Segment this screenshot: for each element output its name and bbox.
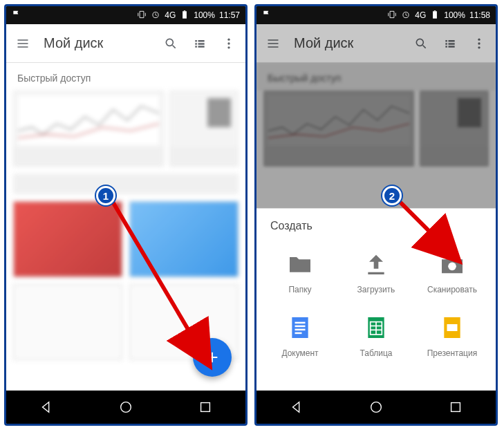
upload-button[interactable]: Загрузить [338, 242, 414, 306]
battery-icon [430, 10, 440, 21]
status-bar: 4G 100% 11:58 [256, 6, 496, 24]
more-icon[interactable] [471, 35, 487, 52]
svg-point-15 [448, 263, 456, 271]
vibrate-icon [387, 10, 397, 21]
create-bottom-sheet: Создать Папку Загрузить Сканировать Доку… [256, 208, 496, 391]
svg-rect-19 [295, 329, 305, 331]
callout-badge-1: 1 [96, 186, 115, 205]
sheets-icon [361, 312, 391, 343]
page-title: Мой диск [294, 35, 400, 51]
flag-icon [12, 10, 21, 21]
back-icon[interactable] [39, 400, 54, 415]
recent-icon[interactable] [198, 400, 213, 415]
app-bar: Мой диск [6, 24, 245, 63]
app-bar: Мой диск [256, 24, 496, 63]
folder-icon [285, 249, 315, 279]
menu-icon[interactable] [265, 35, 281, 52]
create-doc-button[interactable]: Документ [262, 306, 338, 369]
menu-icon[interactable] [15, 35, 31, 52]
back-icon[interactable] [289, 400, 304, 415]
vibrate-icon [137, 10, 147, 21]
phone-screenshot-2: 4G 100% 11:58 Мой диск Быстрый доступ [254, 4, 498, 426]
docs-icon [285, 312, 315, 343]
svg-point-12 [478, 38, 480, 40]
svg-rect-16 [292, 317, 308, 338]
svg-rect-20 [295, 332, 301, 335]
svg-point-13 [478, 42, 480, 44]
blurred-content [6, 91, 245, 381]
slides-icon [437, 312, 467, 343]
recent-icon[interactable] [448, 400, 463, 415]
svg-rect-8 [201, 403, 210, 412]
upload-icon [361, 249, 391, 279]
network-label: 4G [415, 10, 426, 20]
modal-backdrop[interactable] [256, 63, 496, 208]
quick-access-label: Быстрый доступ [6, 63, 245, 91]
view-list-icon[interactable] [192, 35, 208, 52]
search-icon[interactable] [162, 35, 179, 52]
create-folder-button[interactable]: Папку [262, 242, 338, 306]
phone-screenshot-1: 4G 100% 11:57 Мой диск Быстрый доступ [4, 4, 248, 426]
svg-point-3 [227, 38, 230, 40]
battery-percent: 100% [444, 10, 465, 20]
android-nav-bar [6, 391, 245, 424]
more-icon[interactable] [221, 35, 237, 52]
clock-time: 11:58 [469, 10, 490, 20]
svg-point-4 [227, 42, 230, 44]
svg-rect-30 [451, 403, 460, 412]
battery-icon [180, 10, 189, 21]
view-list-icon[interactable] [442, 35, 458, 52]
fab-create-button[interactable] [193, 338, 232, 377]
scan-button[interactable]: Сканировать [414, 242, 490, 306]
svg-point-11 [416, 39, 423, 46]
svg-point-5 [227, 46, 230, 48]
svg-point-7 [121, 402, 131, 413]
home-icon[interactable] [118, 400, 133, 415]
svg-point-14 [478, 46, 480, 48]
svg-rect-10 [434, 10, 436, 11]
page-title: Мой диск [44, 35, 150, 51]
create-sheet-button[interactable]: Таблица [338, 306, 414, 369]
network-label: 4G [165, 10, 176, 20]
battery-percent: 100% [194, 10, 215, 20]
svg-rect-17 [295, 322, 305, 324]
android-nav-bar [256, 391, 496, 424]
svg-rect-18 [295, 326, 305, 328]
camera-icon [437, 249, 467, 279]
callout-badge-2: 2 [382, 186, 402, 205]
svg-rect-1 [184, 10, 185, 11]
alarm-icon [401, 10, 411, 21]
svg-point-2 [166, 39, 173, 46]
status-bar: 4G 100% 11:57 [6, 6, 245, 24]
alarm-icon [151, 10, 160, 21]
search-icon[interactable] [413, 35, 429, 52]
sheet-title: Создать [262, 220, 490, 242]
create-slides-button[interactable]: Презентация [414, 306, 490, 369]
svg-rect-27 [447, 324, 457, 331]
home-icon[interactable] [368, 400, 384, 415]
clock-time: 11:57 [219, 10, 240, 20]
svg-point-29 [371, 402, 382, 413]
flag-icon [262, 10, 272, 21]
